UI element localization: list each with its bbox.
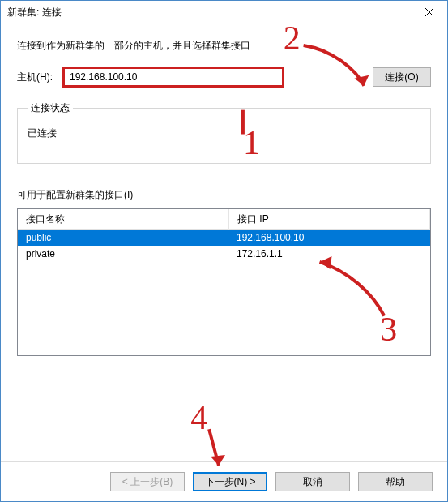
back-button: < 上一步(B) (110, 472, 185, 491)
host-input[interactable] (64, 68, 283, 86)
column-name[interactable]: 接口名称 (18, 209, 229, 230)
host-label: 主机(H): (17, 71, 58, 84)
list-header: 接口名称 接口 IP (18, 209, 430, 230)
status-text: 已连接 (28, 127, 420, 140)
help-button[interactable]: 帮助 (358, 472, 433, 491)
connect-button[interactable]: 连接(O) (373, 67, 431, 87)
table-row[interactable]: private172.16.1.1 (18, 246, 430, 262)
wizard-footer: < 上一步(B) 下一步(N) > 取消 帮助 (1, 461, 447, 501)
table-row[interactable]: public192.168.100.10 (18, 230, 430, 246)
cell-interface-ip: 172.16.1.1 (228, 247, 430, 261)
interfaces-label: 可用于配置新群集的接口(I) (17, 188, 431, 202)
cancel-button[interactable]: 取消 (275, 472, 350, 491)
close-icon (425, 8, 433, 16)
dialog-window: 新群集: 连接 连接到作为新群集的一部分的主机，并且选择群集接口 主机(H): … (0, 0, 448, 502)
status-legend: 连接状态 (28, 101, 73, 115)
cell-interface-name: private (18, 247, 228, 261)
titlebar: 新群集: 连接 (1, 1, 447, 24)
dialog-body: 连接到作为新群集的一部分的主机，并且选择群集接口 主机(H): 连接(O) 连接… (1, 24, 447, 461)
next-button[interactable]: 下一步(N) > (193, 472, 267, 491)
window-title: 新群集: 连接 (7, 6, 411, 19)
column-ip[interactable]: 接口 IP (229, 209, 430, 230)
instruction-text: 连接到作为新群集的一部分的主机，并且选择群集接口 (17, 39, 431, 53)
host-row: 主机(H): 连接(O) (17, 67, 431, 87)
close-button[interactable] (411, 1, 447, 24)
cell-interface-ip: 192.168.100.10 (228, 230, 430, 245)
connection-status-group: 连接状态 已连接 (17, 101, 431, 164)
cell-interface-name: public (18, 230, 228, 245)
interfaces-list[interactable]: 接口名称 接口 IP public192.168.100.10private17… (17, 208, 431, 356)
